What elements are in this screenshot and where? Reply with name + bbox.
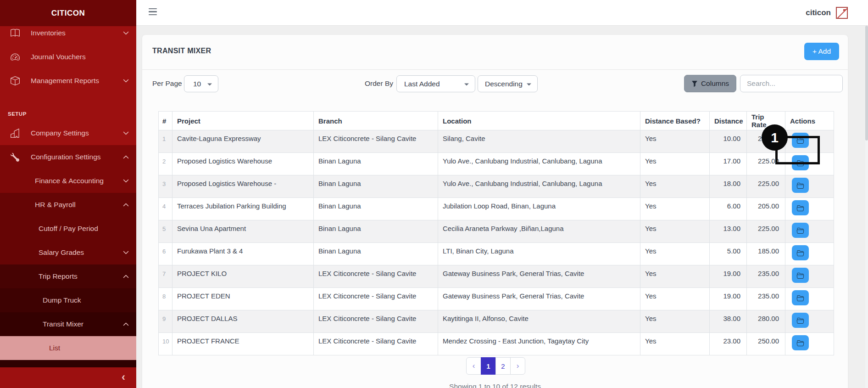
- columns-button[interactable]: Columns: [684, 75, 736, 92]
- open-record-button[interactable]: [792, 245, 809, 260]
- open-record-button[interactable]: [792, 335, 809, 350]
- branch-cell: LEX Citiconcrete - Silang Cavite: [314, 265, 438, 288]
- distance-cell: 6.00: [710, 198, 747, 220]
- open-record-button[interactable]: [792, 200, 809, 215]
- per-page-select[interactable]: 10: [184, 75, 218, 92]
- sidebar-item-salary-grades[interactable]: Salary Grades: [0, 241, 136, 264]
- project-cell: Proposed Logistics Warehouse: [172, 153, 314, 175]
- order-by-select[interactable]: Last Added: [396, 75, 475, 92]
- chevron-down-icon: [527, 83, 531, 85]
- sidebar: CITICON InventoriesJournal VouchersManag…: [0, 0, 136, 388]
- open-record-button[interactable]: [792, 223, 809, 238]
- sidebar-item-dump-truck[interactable]: Dump Truck: [0, 288, 136, 312]
- scrollbar-thumb[interactable]: [865, 26, 868, 141]
- distance-based-cell: Yes: [640, 153, 710, 175]
- location-cell: Mendez Crossing - East Junction, Tagayta…: [438, 333, 640, 355]
- sidebar-item-journal-vouchers[interactable]: Journal Vouchers: [0, 45, 136, 69]
- sidebar-divider: [0, 360, 136, 367]
- open-record-button[interactable]: [792, 178, 809, 193]
- branch-cell: Binan Laguna: [314, 198, 438, 220]
- next-page[interactable]: ›: [510, 357, 525, 375]
- open-record-button[interactable]: [792, 313, 809, 328]
- topbar-brand: citicon: [806, 8, 831, 17]
- distance-based-cell: Yes: [640, 333, 710, 355]
- distance-cell: 17.00: [710, 153, 747, 175]
- actions-cell: [785, 310, 834, 333]
- sidebar-item-management-reports[interactable]: Management Reports: [0, 69, 136, 93]
- folder-open-icon: [796, 227, 804, 234]
- sidebar-item-configuration-settings[interactable]: Configuration Settings: [0, 145, 136, 169]
- distance-based-cell: Yes: [640, 198, 710, 220]
- trip-rate-cell: 280.00: [747, 310, 785, 333]
- company-logo-icon: [836, 7, 848, 19]
- open-record-button[interactable]: [792, 268, 809, 283]
- distance-cell: 10.00: [710, 130, 747, 153]
- scrollbar[interactable]: [865, 26, 868, 388]
- row-number: 9: [159, 310, 172, 333]
- collapse-sidebar-icon[interactable]: ‹: [122, 371, 125, 382]
- card-divider: [142, 69, 848, 70]
- sidebar-item-list[interactable]: List: [0, 336, 136, 360]
- sidebar-item-transit-mixer[interactable]: Transit Mixer: [0, 312, 136, 336]
- table-row: 10PROJECT FRANCELEX Citiconcrete - Silan…: [159, 333, 834, 355]
- sidebar-item-company-settings[interactable]: Company Settings: [0, 121, 136, 145]
- row-number: 2: [159, 153, 172, 175]
- sidebar-item-label: HR & Payroll: [35, 201, 76, 209]
- distance-based-cell: Yes: [640, 310, 710, 333]
- trip-rate-cell: 205.00: [747, 198, 785, 220]
- chevron-up-icon: [123, 155, 129, 159]
- project-cell: PROJECT DALLAS: [172, 310, 314, 333]
- distance-cell: 38.00: [710, 310, 747, 333]
- chevron-down-icon: [123, 31, 129, 35]
- folder-open-icon: [796, 317, 804, 324]
- chevron-up-icon: [123, 275, 129, 279]
- page-2[interactable]: 2: [495, 357, 511, 375]
- gauge-icon: [11, 52, 21, 62]
- sidebar-item-hr-payroll[interactable]: HR & Payroll: [0, 193, 136, 217]
- trip-rate-cell: 235.00: [747, 265, 785, 288]
- table-row: 6Furukawa Plant 3 & 4Binan LagunaLTI, Bi…: [159, 243, 834, 265]
- trip-rate-cell: 250.00: [747, 333, 785, 355]
- location-cell: Kaytitinga II, Alfonso, Cavite: [438, 310, 640, 333]
- distance-cell: 18.00: [710, 175, 747, 198]
- main-content: TRANSIT MIXER + Add Per Page 10 Order By…: [136, 26, 868, 388]
- location-cell: Yulo Ave., Canlubang Industrial, Canluba…: [438, 153, 640, 175]
- page-1[interactable]: 1: [481, 357, 496, 375]
- sidebar-item-label: Company Settings: [31, 129, 89, 137]
- project-cell: Cavite-Laguna Expressway: [172, 130, 314, 153]
- sidebar-item-cutoff-pay-period[interactable]: Cutoff / Pay Period: [0, 217, 136, 241]
- menu-icon[interactable]: [149, 8, 157, 17]
- open-record-button[interactable]: [792, 290, 809, 305]
- distance-based-cell: Yes: [640, 220, 710, 243]
- add-button[interactable]: + Add: [804, 43, 839, 60]
- sidebar-item-trip-reports[interactable]: Trip Reports: [0, 264, 136, 288]
- project-cell: PROJECT EDEN: [172, 288, 314, 310]
- actions-cell: [785, 333, 834, 355]
- columns-button-label: Columns: [701, 79, 729, 88]
- chevron-up-icon: [123, 322, 129, 326]
- chevron-down-icon: [207, 83, 212, 85]
- sidebar-item-label: Management Reports: [31, 77, 99, 85]
- order-direction-select[interactable]: Descending: [478, 75, 538, 92]
- sidebar-item-finance-accounting[interactable]: Finance & Accounting: [0, 169, 136, 193]
- table-header: #ProjectBranchLocationDistance Based?Dis…: [159, 112, 834, 130]
- location-cell: Yulo Ave., Canlubang Industrial, Canluba…: [438, 175, 640, 198]
- sidebar-item-label: List: [49, 344, 60, 352]
- annotation-marker: 1: [762, 124, 788, 151]
- chevron-down-icon: [123, 251, 129, 255]
- search-input[interactable]: [740, 75, 843, 92]
- distance-based-cell: Yes: [640, 175, 710, 198]
- sidebar-item-label: Journal Vouchers: [31, 53, 86, 61]
- project-cell: Furukawa Plant 3 & 4: [172, 243, 314, 265]
- prev-page[interactable]: ‹: [466, 357, 481, 375]
- folder-open-icon: [796, 249, 804, 257]
- column-header-branch: Branch: [314, 112, 438, 130]
- folder-open-icon: [796, 339, 804, 347]
- actions-cell: [785, 198, 834, 220]
- table-row: 2Proposed Logistics WarehouseBinan Lagun…: [159, 153, 834, 175]
- distance-cell: 23.00: [710, 333, 747, 355]
- folder-open-icon: [796, 272, 804, 279]
- branch-cell: Binan Laguna: [314, 153, 438, 175]
- chevron-down-icon: [464, 83, 469, 85]
- transit-mixer-card: TRANSIT MIXER + Add Per Page 10 Order By…: [142, 34, 848, 388]
